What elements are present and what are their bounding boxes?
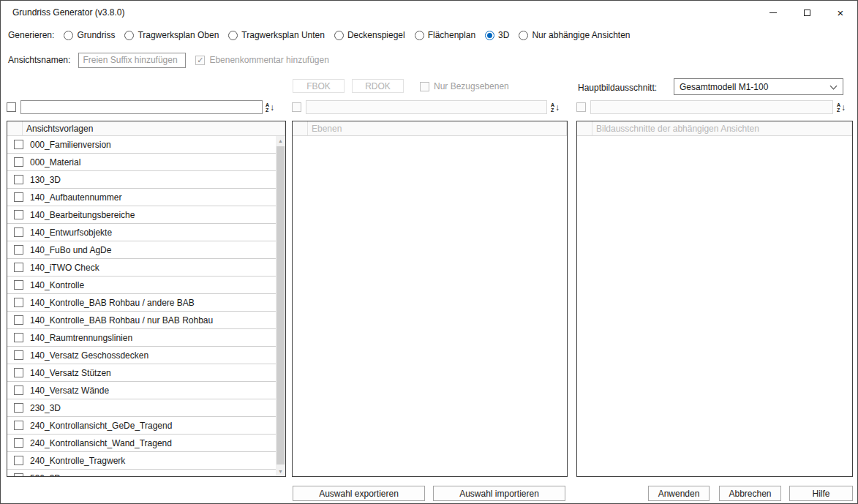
- view-templates-list: 000_Familienversion000_Material130_3D140…: [7, 136, 285, 476]
- sort-letters: AZ: [266, 102, 269, 113]
- view-templates-rows: 000_Familienversion000_Material130_3D140…: [7, 136, 276, 476]
- template-list-item[interactable]: 240_Kontrollansicht_GeDe_Tragend: [7, 417, 276, 435]
- row-label: 140_FuBo und AgDe: [30, 245, 111, 255]
- row-checkbox[interactable]: [14, 280, 23, 290]
- template-list-item[interactable]: 000_Familienversion: [7, 136, 276, 154]
- row-label: 140_Kontrolle_BAB Rohbau / andere BAB: [30, 298, 195, 308]
- sort-arrow-icon: ↓: [270, 103, 274, 112]
- row-checkbox[interactable]: [14, 263, 23, 272]
- sort-letters: AZ: [837, 102, 840, 113]
- row-checkbox[interactable]: [14, 368, 23, 377]
- radio-icon: [64, 31, 73, 40]
- radio-3d[interactable]: 3D: [485, 30, 509, 40]
- row-checkbox[interactable]: [14, 438, 23, 448]
- radio-grundriss[interactable]: Grundriss: [64, 30, 115, 40]
- dependent-viewports-panel: Bildausschnitte der abhängigen Ansichten: [576, 121, 853, 477]
- template-list-item[interactable]: 240_Kontrolle_Tragwerk: [7, 452, 276, 470]
- row-checkbox[interactable]: [14, 333, 23, 342]
- radio-selected-icon: [485, 31, 494, 40]
- templates-filter-checkbox[interactable]: [7, 102, 16, 112]
- main-viewport-select[interactable]: Gesamtmodell M1-100: [674, 78, 843, 95]
- viewports-sort-az-icon[interactable]: AZ ↓: [837, 101, 846, 114]
- close-button[interactable]: ×: [824, 1, 857, 24]
- template-list-item[interactable]: 140_Kontrolle_BAB Rohbau / nur BAB Rohba…: [7, 312, 276, 329]
- template-list-item[interactable]: 140_Aufbautennummer: [7, 189, 276, 206]
- dependent-viewports-header-label: Bildausschnitte der abhängigen Ansichten: [592, 121, 852, 135]
- template-list-item[interactable]: 140_Raumtrennungslinien: [7, 329, 276, 347]
- row-checkbox[interactable]: [14, 473, 23, 476]
- sort-letter-z: Z: [551, 108, 554, 113]
- row-checkbox[interactable]: [14, 245, 23, 255]
- row-label: 140_Bearbeitungsbereiche: [30, 210, 135, 220]
- template-list-item[interactable]: 140_Kontrolle: [7, 277, 276, 294]
- template-list-item[interactable]: 240_Kontrollansicht_Wand_Tragend: [7, 435, 276, 452]
- row-label: 140_Versatz Wände: [30, 385, 109, 396]
- apply-button[interactable]: Anwenden: [648, 486, 710, 501]
- viewports-filter-checkbox: [576, 102, 586, 112]
- row-checkbox[interactable]: [14, 456, 23, 465]
- template-list-item[interactable]: 140_Versatz Wände: [7, 382, 276, 399]
- radio-label: Deckenspiegel: [347, 30, 405, 40]
- radio-deckenspiegel[interactable]: Deckenspiegel: [334, 30, 405, 40]
- row-checkbox[interactable]: [14, 157, 23, 167]
- scroll-down-icon[interactable]: ▼: [276, 467, 285, 476]
- scrollbar-thumb[interactable]: [276, 146, 285, 464]
- template-list-item[interactable]: 140_Entwurfsobjekte: [7, 224, 276, 241]
- cancel-button[interactable]: Abbrechen: [719, 486, 781, 501]
- fbok-button[interactable]: FBOK: [293, 79, 345, 93]
- row-checkbox[interactable]: [14, 210, 23, 219]
- row-checkbox[interactable]: [14, 298, 23, 307]
- radio-flächenplan[interactable]: Flächenplan: [415, 30, 475, 40]
- template-list-item[interactable]: 130_3D: [7, 171, 276, 189]
- templates-filter-input[interactable]: [20, 100, 263, 114]
- templates-sort-az-icon[interactable]: AZ ↓: [266, 101, 274, 114]
- radio-tragwerksplan-oben[interactable]: Tragwerksplan Oben: [124, 30, 219, 40]
- row-label: 140_Raumtrennungslinien: [30, 333, 132, 343]
- scroll-up-icon[interactable]: ▲: [276, 136, 285, 146]
- row-label: 240_Kontrollansicht_Wand_Tragend: [30, 438, 172, 448]
- header-checkbox-column[interactable]: [7, 121, 23, 135]
- row-checkbox[interactable]: [14, 421, 23, 430]
- radio-label: Nur abhängige Ansichten: [532, 30, 630, 40]
- row-label: 230_3D: [30, 403, 61, 413]
- template-list-item[interactable]: 140_Versatz Stützen: [7, 364, 276, 382]
- titlebar: Grundriss Generator (v3.8.0) ×: [1, 1, 857, 24]
- levels-sort-az-icon[interactable]: AZ ↓: [551, 101, 560, 114]
- export-selection-button[interactable]: Auswahl exportieren: [293, 486, 425, 501]
- view-templates-header-label[interactable]: Ansichtsvorlagen: [23, 121, 285, 135]
- radio-tragwerksplan-unten[interactable]: Tragwerksplan Unten: [228, 30, 325, 40]
- generate-label: Generieren:: [8, 30, 54, 40]
- maximize-button[interactable]: [790, 1, 824, 24]
- minimize-button[interactable]: [756, 1, 790, 24]
- import-selection-button[interactable]: Auswahl importieren: [433, 486, 565, 501]
- row-checkbox[interactable]: [14, 192, 23, 202]
- template-list-item[interactable]: 140_iTWO Check: [7, 259, 276, 277]
- suffix-input[interactable]: [78, 53, 186, 68]
- row-checkbox[interactable]: [14, 140, 23, 149]
- template-list-item[interactable]: 140_FuBo und AgDe: [7, 241, 276, 259]
- row-label: 000_Familienversion: [30, 140, 111, 150]
- template-list-item[interactable]: 230_3D: [7, 399, 276, 417]
- row-checkbox[interactable]: [14, 350, 23, 360]
- levels-filter-input: [306, 100, 547, 114]
- sort-letter-a: A: [266, 102, 269, 108]
- row-checkbox[interactable]: [14, 403, 23, 413]
- minimize-icon: [769, 12, 777, 13]
- row-checkbox[interactable]: [14, 385, 23, 395]
- row-checkbox[interactable]: [14, 315, 23, 325]
- checkmark-icon: ✓: [197, 56, 203, 64]
- radio-nur-abhängige-ansichten[interactable]: Nur abhängige Ansichten: [519, 30, 630, 40]
- sort-letter-a: A: [551, 102, 554, 108]
- vertical-scrollbar[interactable]: ▲ ▼: [276, 136, 285, 476]
- template-list-item[interactable]: 000_Material: [7, 154, 276, 171]
- sort-letter-a: A: [837, 102, 840, 108]
- row-label: 140_Kontrolle_BAB Rohbau / nur BAB Rohba…: [30, 315, 213, 326]
- row-checkbox[interactable]: [14, 227, 23, 237]
- row-checkbox[interactable]: [14, 175, 23, 184]
- template-list-item[interactable]: 140_Bearbeitungsbereiche: [7, 206, 276, 224]
- template-list-item[interactable]: 140_Kontrolle_BAB Rohbau / andere BAB: [7, 294, 276, 312]
- help-button[interactable]: Hilfe: [789, 486, 853, 501]
- template-list-item[interactable]: 530_3D: [7, 470, 276, 476]
- template-list-item[interactable]: 140_Versatz Geschossdecken: [7, 347, 276, 364]
- rdok-button[interactable]: RDOK: [352, 79, 404, 93]
